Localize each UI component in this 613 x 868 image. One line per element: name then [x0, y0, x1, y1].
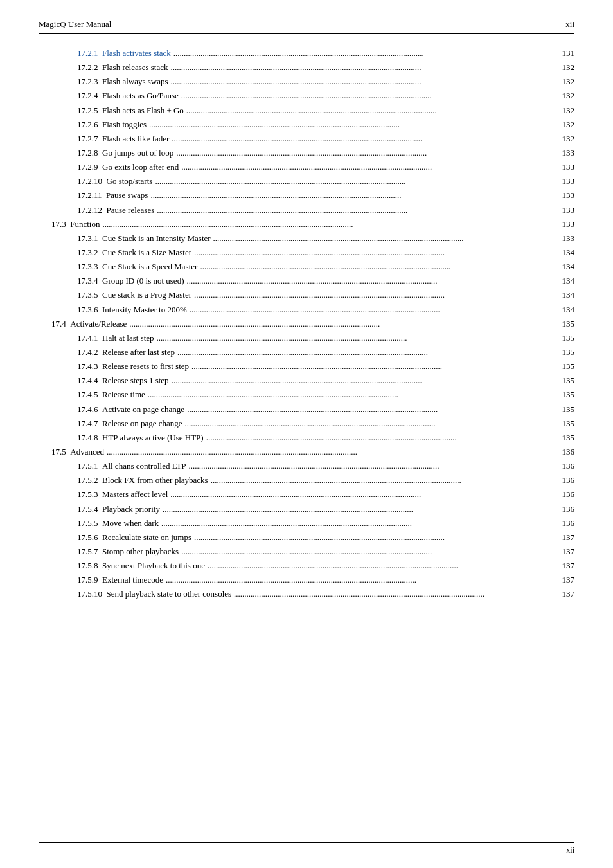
toc-row: 17.5 Advanced ..........................… [39, 446, 574, 458]
toc-dots: ........................................… [190, 303, 553, 316]
toc-number: 17.4.6 [77, 403, 102, 416]
toc-row: 17.2.3 Flash always swaps ..............… [39, 75, 574, 88]
toc-left: 17.4.3 Release resets to first step [77, 360, 189, 373]
page-header: MagicQ User Manual xii [39, 19, 574, 34]
toc-dots: ........................................… [150, 189, 553, 202]
toc-dots: ........................................… [148, 388, 553, 401]
toc-number: 17.5.2 [77, 474, 102, 487]
toc-label: Function [70, 218, 100, 231]
toc-page: 134 [555, 275, 574, 287]
toc-number: 17.5.3 [77, 488, 102, 501]
toc-page: 133 [555, 175, 574, 188]
toc-left: 17.5.8 Sync next Playback to this one [77, 559, 205, 572]
toc-page: 132 [555, 75, 574, 88]
toc-left: 17.2.9 Go exits loop after end [77, 161, 179, 174]
toc-page: 136 [555, 503, 574, 516]
toc-label: Release after last step [102, 346, 175, 359]
toc-number: 17.4.1 [77, 332, 102, 345]
toc-label: Flash releases stack [102, 61, 168, 74]
toc-left: 17.3.2 Cue Stack is a Size Master [77, 246, 191, 259]
toc-page: 133 [555, 232, 574, 245]
toc-row: 17.4.2 Release after last step .........… [39, 346, 574, 359]
toc-left: 17.2.2 Flash releases stack [77, 61, 168, 74]
toc-label: Cue Stack is an Intensity Master [102, 232, 211, 245]
toc-label: Block FX from other playbacks [102, 474, 208, 487]
toc-page: 135 [555, 360, 574, 373]
toc-dots: ........................................… [155, 175, 553, 188]
toc-page: 137 [555, 588, 574, 601]
toc-page: 135 [555, 417, 574, 430]
toc-number: 17.4.4 [77, 374, 102, 387]
toc-dots: ........................................… [172, 374, 553, 387]
toc-page: 134 [555, 303, 574, 316]
toc-row: 17.2.11 Pause swaps ....................… [39, 189, 574, 202]
toc-label: Flash acts as Flash + Go [102, 104, 184, 117]
toc-row: 17.5.2 Block FX from other playbacks ...… [39, 474, 574, 487]
toc-page: 132 [555, 61, 574, 74]
toc-number: 17.2.7 [77, 132, 102, 145]
toc-left: 17.2.6 Flash toggles [77, 118, 147, 131]
toc-number: 17.3.2 [77, 246, 102, 259]
toc-number: 17.3.5 [77, 289, 102, 302]
toc-left: 17.4.8 HTP always active (Use HTP) [77, 431, 204, 444]
toc-label: Intensity Master to 200% [102, 303, 187, 316]
toc-row: 17.5.6 Recalculate state on jumps ......… [39, 531, 574, 544]
toc-label: Stomp other playbacks [102, 545, 179, 558]
toc-label: Flash always swaps [102, 75, 168, 88]
toc-row: 17.5.1 All chans controlled LTP ........… [39, 460, 574, 473]
toc-row: 17.2.8 Go jumps out of loop ............… [39, 147, 574, 159]
toc-page: 132 [555, 89, 574, 102]
toc-left: 17.4.6 Activate on page change [77, 403, 184, 416]
toc-left: 17.5.2 Block FX from other playbacks [77, 474, 208, 487]
toc-page: 133 [555, 189, 574, 202]
toc-left: 17.5.9 External timecode [77, 574, 163, 586]
toc-number: 17.2.2 [77, 61, 102, 74]
toc-left: 17.4.2 Release after last step [77, 346, 175, 359]
toc-page: 137 [555, 574, 574, 586]
toc-row: 17.3.1 Cue Stack is an Intensity Master … [39, 232, 574, 245]
toc-dots: ........................................… [172, 132, 553, 145]
toc-number: 17.3.3 [77, 260, 102, 273]
toc-label: Pause releases [107, 204, 155, 217]
toc-row: 17.2.5 Flash acts as Flash + Go ........… [39, 104, 574, 117]
toc-left: 17.3.1 Cue Stack is an Intensity Master [77, 232, 211, 245]
toc-label: Activate on page change [102, 403, 184, 416]
toc-label: Masters affect level [102, 488, 168, 501]
toc-number: 17.2.1 [77, 47, 102, 60]
toc-dots: ........................................… [149, 118, 553, 131]
toc-left: 17.4 Activate/Release [51, 318, 127, 330]
toc-left: 17.4.7 Release on page change [77, 417, 182, 430]
toc-left: 17.2.4 Flash acts as Go/Pause [77, 89, 179, 102]
toc-page: 135 [555, 318, 574, 330]
toc-page: 134 [555, 246, 574, 259]
toc-dots: ........................................… [187, 403, 553, 416]
toc-dots: ........................................… [177, 346, 553, 359]
toc-dots: ........................................… [213, 232, 553, 245]
toc-number: 17.2.6 [77, 118, 102, 131]
toc-left: 17.4.5 Release time [77, 388, 145, 401]
toc-dots: ........................................… [191, 360, 553, 373]
toc-dots: ........................................… [166, 574, 553, 586]
toc-dots: ........................................… [194, 289, 553, 302]
toc-dots: ........................................… [129, 318, 553, 330]
toc-dots: ........................................… [185, 417, 553, 430]
toc-label: Go jumps out of loop [102, 147, 173, 159]
toc-number: 17.2.8 [77, 147, 102, 159]
toc-left: 17.2.12 Pause releases [77, 204, 154, 217]
toc-number: 17.2.4 [77, 89, 102, 102]
toc-left: 17.2.11 Pause swaps [77, 189, 148, 202]
toc-label: Flash acts as Go/Pause [102, 89, 179, 102]
toc-number: 17.5.7 [77, 545, 102, 558]
toc-number: 17.2.10 [77, 175, 107, 188]
toc-page: 132 [555, 132, 574, 145]
toc-label: Playback priority [102, 503, 160, 516]
toc-label: Flash toggles [102, 118, 147, 131]
toc-label: Cue Stack is a Speed Master [102, 260, 197, 273]
toc-label: Release resets to first step [102, 360, 189, 373]
toc-row: 17.2.1 Flash activates stack ...........… [39, 47, 574, 60]
toc-row: 17.2.9 Go exits loop after end .........… [39, 161, 574, 174]
footer-page: xii [566, 845, 574, 855]
toc-number: 17.2.5 [77, 104, 102, 117]
toc-left: 17.2.5 Flash acts as Flash + Go [77, 104, 184, 117]
toc-number: 17.4.8 [77, 431, 102, 444]
